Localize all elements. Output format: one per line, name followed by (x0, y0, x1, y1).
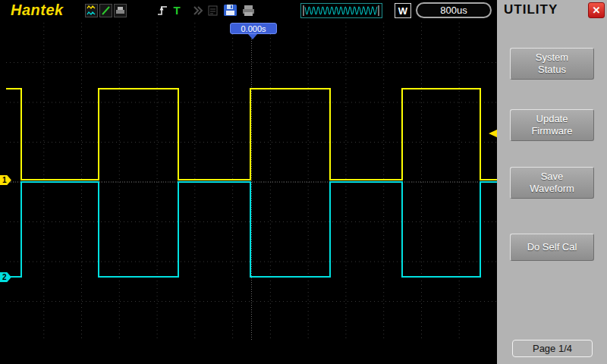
utility-menu: UTILITY ✕ System Status Update Firmware … (497, 0, 607, 364)
waveform-display (6, 23, 497, 341)
print-icon[interactable] (241, 4, 256, 17)
timebase-readout: 800us (416, 2, 492, 18)
horizontal-position-readout[interactable]: 0.000s (230, 23, 277, 34)
window-mode-indicator: W (395, 3, 411, 18)
dimmed-arrows-icon (191, 4, 204, 17)
brand-logo: Hantek (11, 2, 64, 19)
trigger-status-icon: T (171, 4, 182, 17)
top-toolbar: Hantek T W 800us (0, 0, 497, 21)
update-firmware-button[interactable]: Update Firmware (510, 109, 594, 141)
page-indicator-button[interactable]: Page 1/4 (512, 340, 593, 357)
printer-small-icon (114, 4, 127, 17)
waveform-traces (6, 23, 497, 341)
oscilloscope-screen: Hantek T W 800us (0, 0, 607, 364)
channel-waves-icon (85, 4, 98, 17)
save-waveform-button[interactable]: Save Waveform (510, 167, 594, 199)
system-status-button[interactable]: System Status (510, 48, 594, 80)
menu-title: UTILITY (504, 2, 558, 17)
save-icon[interactable] (223, 4, 238, 17)
rising-edge-trigger-icon (156, 4, 169, 17)
status-bar: CH1 2.00V CH2 2.00V CH1 2.48V 249.000Hz (0, 341, 497, 364)
horizontal-position-pointer[interactable] (248, 34, 257, 39)
record-window-preview[interactable] (300, 3, 382, 18)
slope-icon (99, 4, 112, 17)
close-icon[interactable]: ✕ (588, 2, 605, 18)
do-self-cal-button[interactable]: Do Self Cal (510, 234, 594, 261)
dimmed-document-icon (206, 4, 219, 17)
